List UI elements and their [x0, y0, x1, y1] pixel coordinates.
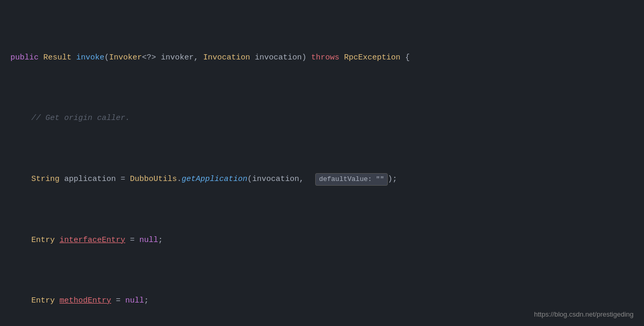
code-line-1: public Result invoke(Invoker<?> invoker,… — [10, 52, 634, 64]
code-line-4: Entry interfaceEntry = null; — [10, 234, 634, 246]
code-editor: public Result invoke(Invoker<?> invoker,… — [0, 0, 644, 326]
watermark: https://blog.csdn.net/prestigeding — [534, 309, 634, 320]
code-line-3: String application = DubboUtils.getAppli… — [10, 173, 634, 186]
code-line-2: // Get origin caller. — [10, 112, 634, 124]
code-line-5: Entry methodEntry = null; — [10, 295, 634, 307]
tooltip-defaultvalue: defaultValue: "" — [315, 173, 388, 186]
